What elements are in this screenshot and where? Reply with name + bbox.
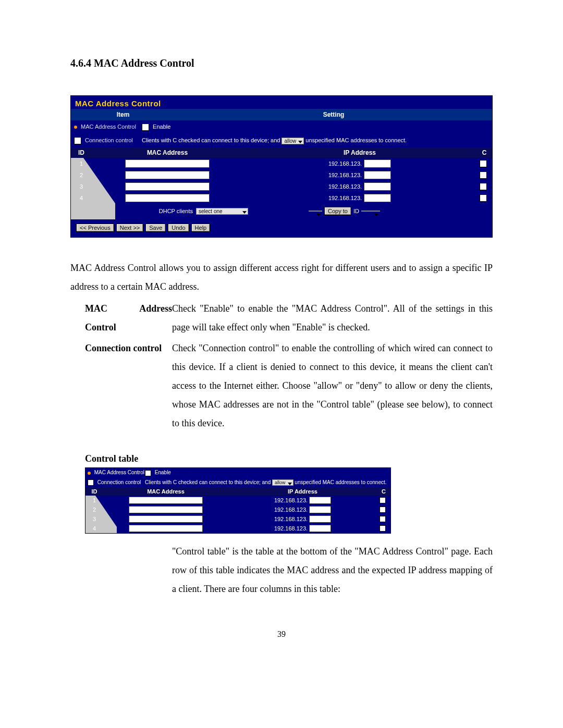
- allow-deny-select[interactable]: allow: [282, 138, 304, 144]
- connection-checkbox[interactable]: [74, 137, 81, 144]
- undo-button[interactable]: Undo: [168, 224, 189, 232]
- ip-prefix: 192.168.123.: [328, 161, 362, 167]
- row-id: 1: [71, 161, 92, 167]
- save-button[interactable]: Save: [145, 224, 166, 232]
- table-row: 1192.168.123.: [85, 496, 390, 505]
- control-table-paragraph-row: "Control table" is the table at the bott…: [70, 542, 493, 598]
- row-id: 1: [85, 497, 103, 503]
- ip-input[interactable]: [364, 194, 391, 202]
- row-id: 3: [71, 183, 92, 190]
- panel-title: MAC Address Control: [71, 96, 492, 109]
- table-row: 1192.168.123.: [71, 158, 492, 169]
- copy-to-button[interactable]: Copy to: [324, 207, 351, 215]
- def-body-1: Check "Enable" to enable the "MAC Addres…: [172, 299, 493, 337]
- ip-input[interactable]: [309, 525, 331, 532]
- next-button[interactable]: Next >>: [116, 224, 144, 232]
- router-config-panel: MAC Address Control Item Setting MAC Add…: [70, 95, 493, 238]
- section-heading: 4.6.4 MAC Address Control: [70, 57, 493, 69]
- control-table-panel: MAC Address Control Enable Connection co…: [85, 467, 391, 534]
- col-ip: IP Address: [243, 147, 476, 158]
- mac-input[interactable]: [129, 497, 203, 504]
- bullet-icon: [74, 126, 77, 129]
- ip-input[interactable]: [309, 515, 331, 523]
- bullet-icon: [88, 472, 91, 475]
- dhcp-row: DHCP clients select one Copy to ID: [71, 204, 492, 219]
- dhcp-aux-select[interactable]: [309, 211, 322, 212]
- row-id: 2: [71, 172, 92, 178]
- mac-input[interactable]: [125, 194, 210, 202]
- control-table: ID MAC Address IP Address C 1192.168.123…: [71, 147, 492, 219]
- c-checkbox[interactable]: [480, 160, 487, 167]
- mini-connection-post: unspecified MAC addresses to connect.: [295, 479, 386, 485]
- connection-text-pre: Clients with C checked can connect to th…: [142, 137, 280, 143]
- id-label: ID: [353, 208, 359, 214]
- mini-mac-control-label: MAC Address Control: [94, 470, 144, 475]
- c-checkbox[interactable]: [480, 171, 487, 179]
- ip-input[interactable]: [364, 182, 391, 191]
- row-id: 3: [85, 516, 103, 522]
- mac-input[interactable]: [129, 506, 203, 513]
- c-checkbox[interactable]: [480, 183, 487, 190]
- mac-input[interactable]: [125, 159, 210, 168]
- control-table-paragraph: "Control table" is the table at the bott…: [172, 542, 493, 598]
- mini-allow-deny-select[interactable]: allow: [272, 479, 293, 486]
- mac-control-row: MAC Address Control Enable: [71, 120, 492, 134]
- dhcp-select[interactable]: select one: [196, 208, 248, 215]
- col-mac: MAC Address: [92, 147, 243, 158]
- c-checkbox[interactable]: [480, 194, 487, 202]
- panel-header-row: Item Setting: [71, 109, 492, 120]
- mini-col-id: ID: [85, 487, 103, 496]
- mini-enable-checkbox[interactable]: [145, 470, 151, 476]
- ip-input[interactable]: [309, 497, 331, 504]
- mini-header: ID MAC Address IP Address C: [85, 487, 390, 496]
- table-row: 2192.168.123.: [71, 169, 492, 181]
- c-checkbox[interactable]: [380, 497, 386, 503]
- header-item: Item: [71, 109, 175, 120]
- mini-connection-pre: Clients with C checked can connect to th…: [145, 479, 271, 485]
- mac-input[interactable]: [125, 171, 210, 179]
- col-id: ID: [71, 147, 92, 158]
- control-header: ID MAC Address IP Address C: [71, 147, 492, 158]
- table-row: 3192.168.123.: [71, 181, 492, 192]
- connection-label: Connection control: [85, 137, 133, 143]
- intro-paragraph: MAC Address Control allows you to assign…: [70, 258, 493, 296]
- c-checkbox[interactable]: [380, 507, 386, 513]
- button-bar: << Previous Next >> Save Undo Help: [71, 219, 492, 237]
- mac-input[interactable]: [125, 182, 210, 191]
- row-id: 4: [85, 525, 103, 532]
- definition-connection-control: Connection control Check "Connection con…: [70, 339, 493, 433]
- table-row: 2192.168.123.: [85, 505, 390, 514]
- control-table-heading: Control table: [85, 453, 493, 464]
- dhcp-label: DHCP clients: [159, 208, 193, 214]
- mini-enable-label: Enable: [155, 470, 171, 475]
- ip-input[interactable]: [309, 506, 331, 513]
- id-select[interactable]: [361, 211, 380, 212]
- ip-prefix: 192.168.123.: [328, 172, 362, 178]
- mac-input[interactable]: [129, 515, 203, 523]
- c-checkbox[interactable]: [380, 525, 386, 532]
- mini-col-mac: MAC Address: [103, 487, 228, 496]
- mac-input[interactable]: [129, 525, 203, 532]
- connection-text-post: unspecified MAC addresses to connect.: [305, 137, 407, 143]
- previous-button[interactable]: << Previous: [76, 224, 114, 232]
- col-c: C: [476, 147, 492, 158]
- def-term-1: MAC Address Control: [70, 299, 172, 337]
- enable-label: Enable: [153, 124, 170, 130]
- header-setting: Setting: [175, 109, 492, 120]
- ip-prefix: 192.168.123.: [274, 497, 308, 503]
- c-checkbox[interactable]: [380, 516, 386, 522]
- ip-prefix: 192.168.123.: [274, 516, 308, 522]
- table-row: 4192.168.123.: [71, 192, 492, 204]
- mini-connection-checkbox[interactable]: [88, 479, 94, 486]
- enable-checkbox[interactable]: [142, 124, 149, 131]
- table-row: 4192.168.123.: [85, 524, 390, 533]
- mini-mac-control-row: MAC Address Control Enable: [85, 468, 390, 477]
- ip-prefix: 192.168.123.: [328, 195, 362, 201]
- ip-input[interactable]: [364, 159, 391, 168]
- ip-prefix: 192.168.123.: [274, 507, 308, 513]
- help-button[interactable]: Help: [191, 224, 211, 232]
- ip-prefix: 192.168.123.: [274, 525, 308, 532]
- page-number: 39: [70, 630, 493, 639]
- mini-col-c: C: [377, 487, 390, 496]
- ip-input[interactable]: [364, 171, 391, 179]
